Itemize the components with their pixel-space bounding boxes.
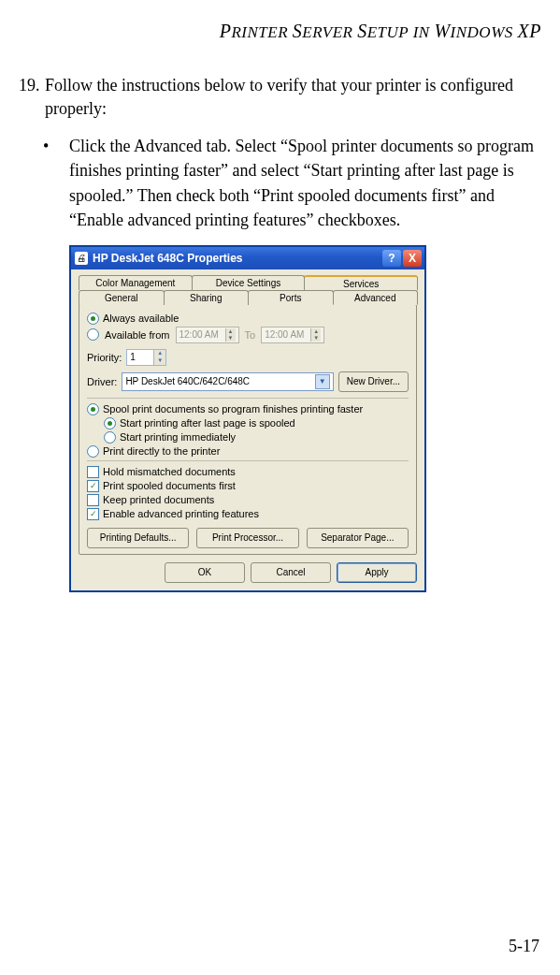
tab-row-2: General Sharing Ports Advanced	[79, 290, 417, 305]
driver-value: HP DeskJet 640C/642C/648C	[125, 376, 250, 386]
embedded-screenshot: 🖨 HP DeskJet 648C Properties ? X Color M…	[69, 245, 541, 592]
page-number: 5-17	[509, 937, 539, 956]
apply-button[interactable]: Apply	[337, 562, 417, 583]
chevron-down-icon[interactable]: ▼	[315, 374, 330, 389]
label-priority: Priority:	[87, 352, 122, 363]
bullet-mark: •	[43, 134, 69, 231]
time-to-spinner[interactable]: ▲▼	[310, 328, 321, 342]
label-spool-after-last: Start printing after last page is spoole…	[120, 417, 295, 429]
check-print-spooled-first[interactable]: ✓	[87, 480, 99, 492]
time-to-input[interactable]: 12:00 AM ▲▼	[261, 327, 324, 343]
radio-always-available[interactable]	[87, 313, 99, 325]
label-print-direct: Print directly to the printer	[103, 445, 220, 457]
label-spool-immediately: Start printing immediately	[120, 431, 236, 443]
dialog-title: HP DeskJet 648C Properties	[93, 252, 381, 265]
step-19: 19. Follow the instructions below to ver…	[19, 74, 541, 121]
radio-spool[interactable]	[87, 403, 99, 415]
cancel-button[interactable]: Cancel	[251, 562, 331, 583]
tab-sharing[interactable]: Sharing	[164, 290, 250, 305]
time-from-spinner[interactable]: ▲▼	[225, 328, 236, 342]
check-hold-mismatched[interactable]	[87, 466, 99, 478]
priority-input[interactable]: 1 ▲▼	[126, 349, 166, 366]
tab-color-management[interactable]: Color Management	[79, 275, 193, 290]
printing-defaults-button[interactable]: Printing Defaults...	[87, 528, 189, 548]
check-keep-printed[interactable]	[87, 494, 99, 506]
label-keep-printed: Keep printed documents	[103, 494, 214, 505]
radio-spool-immediately[interactable]	[104, 431, 116, 444]
bullet-text: Click the Advanced tab. Select “Spool pr…	[69, 134, 541, 231]
time-from-input[interactable]: 12:00 AM ▲▼	[176, 327, 239, 343]
printer-icon: 🖨	[75, 252, 88, 265]
separator-page-button[interactable]: Separator Page...	[307, 528, 409, 548]
advanced-tab-panel: Always available Available from 12:00 AM…	[79, 304, 417, 555]
titlebar[interactable]: 🖨 HP DeskJet 648C Properties ? X	[71, 247, 424, 269]
tab-ports[interactable]: Ports	[248, 290, 334, 305]
tab-row-1: Color Management Device Settings Service…	[79, 275, 417, 290]
label-driver: Driver:	[87, 376, 117, 387]
label-time-to: To	[245, 329, 256, 341]
time-to-value: 12:00 AM	[265, 329, 304, 340]
check-enable-advanced[interactable]: ✓	[87, 508, 99, 520]
label-spool: Spool print documents so program finishe…	[103, 403, 363, 415]
substep-bullet: • Click the Advanced tab. Select “Spool …	[19, 134, 541, 231]
radio-available-from[interactable]	[87, 328, 99, 341]
tab-advanced[interactable]: Advanced	[333, 290, 419, 305]
radio-spool-after-last[interactable]	[104, 417, 116, 429]
tab-services[interactable]: Services	[304, 275, 418, 290]
label-print-spooled-first: Print spooled documents first	[103, 480, 236, 491]
help-button[interactable]: ?	[382, 250, 401, 267]
step-number: 19.	[19, 74, 45, 121]
new-driver-button[interactable]: New Driver...	[338, 371, 409, 392]
label-always-available: Always available	[103, 313, 179, 324]
properties-dialog: 🖨 HP DeskJet 648C Properties ? X Color M…	[69, 245, 426, 592]
priority-spinner[interactable]: ▲▼	[153, 350, 165, 365]
driver-select[interactable]: HP DeskJet 640C/642C/648C ▼	[122, 372, 333, 391]
time-from-value: 12:00 AM	[179, 329, 219, 340]
tab-general[interactable]: General	[79, 290, 165, 305]
label-hold-mismatched: Hold mismatched documents	[103, 466, 236, 477]
step-text: Follow the instructions below to verify …	[45, 74, 541, 121]
label-available-from: Available from	[105, 329, 170, 341]
close-button[interactable]: X	[403, 250, 422, 267]
tab-device-settings[interactable]: Device Settings	[192, 275, 306, 290]
divider	[87, 398, 409, 399]
label-enable-advanced: Enable advanced printing features	[103, 508, 259, 519]
radio-print-direct[interactable]	[87, 445, 99, 458]
priority-value: 1	[130, 352, 136, 362]
ok-button[interactable]: OK	[165, 562, 245, 583]
running-header: PRINTER SERVER SETUP IN WINDOWS XP	[19, 21, 541, 42]
divider	[87, 460, 409, 461]
print-processor-button[interactable]: Print Processor...	[196, 528, 298, 548]
